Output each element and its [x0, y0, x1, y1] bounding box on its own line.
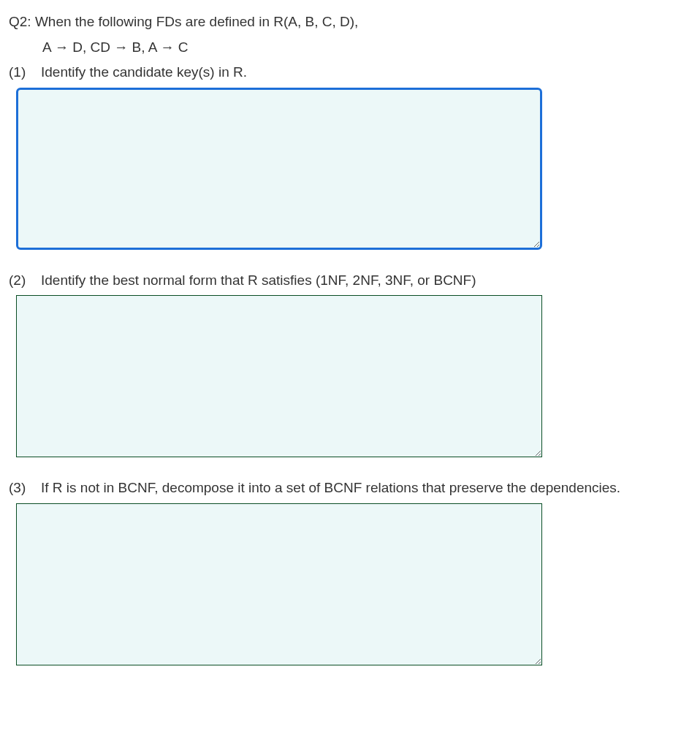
part-number: (3) — [9, 478, 41, 499]
part-2: (2) Identify the best normal form that R… — [9, 270, 691, 458]
part-3: (3) If R is not in BCNF, decompose it in… — [9, 478, 691, 665]
answer-input-2[interactable] — [16, 295, 542, 457]
answer-input-3[interactable] — [16, 503, 542, 665]
question-heading: Q2: When the following FDs are defined i… — [9, 12, 691, 33]
part-prompt: Identify the best normal form that R sat… — [41, 270, 691, 291]
part-1: (1) Identify the candidate key(s) in R. — [9, 62, 691, 250]
part-prompt: If R is not in BCNF, decompose it into a… — [41, 478, 691, 499]
question-fds: A → D, CD → B, A → C — [9, 37, 691, 58]
part-number: (1) — [9, 62, 41, 83]
part-prompt: Identify the candidate key(s) in R. — [41, 62, 691, 83]
part-number: (2) — [9, 270, 41, 291]
answer-input-1[interactable] — [16, 88, 542, 250]
